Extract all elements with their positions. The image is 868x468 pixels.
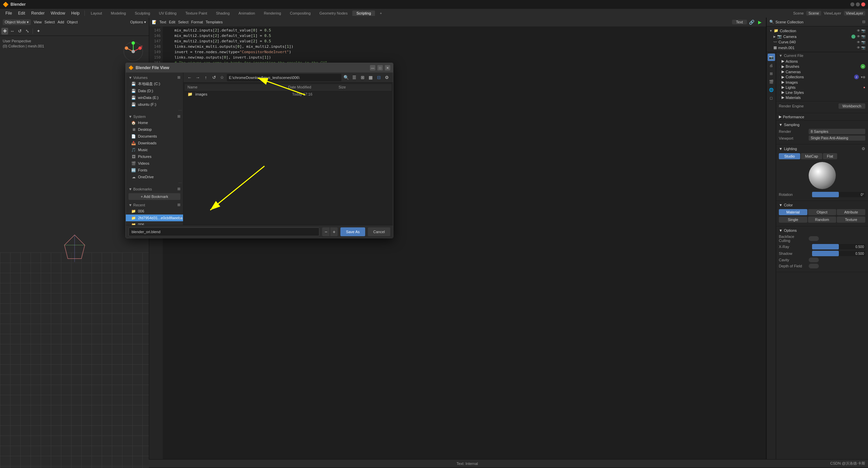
viewport-options[interactable]: Options ▾ bbox=[130, 20, 146, 24]
props-tab-view-layer[interactable]: ⊞ bbox=[768, 70, 775, 77]
collections-item[interactable]: ▶Collections 2▾⊕ bbox=[782, 75, 865, 79]
add-bookmark-btn[interactable]: + Add Bookmark bbox=[129, 193, 180, 200]
script-toggle-sync[interactable]: 🔗 bbox=[748, 19, 755, 25]
lighting-settings-icon[interactable]: ⚙ bbox=[862, 146, 865, 151]
sidebar-volume-c[interactable]: 💾 本地磁盘 (C:) bbox=[126, 80, 183, 87]
tree-mesh[interactable]: ▦ mesh.001 👁 📷 bbox=[768, 45, 867, 50]
edit-menu[interactable]: Edit bbox=[15, 10, 28, 16]
help-menu[interactable]: Help bbox=[68, 10, 82, 16]
script-format[interactable]: Format bbox=[191, 20, 203, 24]
script-text-label[interactable]: Text bbox=[159, 20, 166, 24]
scene-value[interactable]: Scene bbox=[806, 11, 821, 16]
add-workspace[interactable]: + bbox=[376, 11, 386, 16]
props-search-icon[interactable]: 🔍 bbox=[769, 20, 774, 24]
nav-up-btn[interactable]: ↑ bbox=[202, 74, 209, 81]
color-material[interactable]: Material bbox=[779, 209, 807, 215]
lighting-tab-matcap[interactable]: MatCap bbox=[801, 153, 822, 159]
tree-collection[interactable]: ▼ 📁 Collection 👁 📷 bbox=[768, 28, 867, 34]
color-object[interactable]: Object bbox=[808, 209, 836, 215]
lighting-tab-flat[interactable]: Flat bbox=[823, 153, 837, 159]
props-filter-icon[interactable]: ⊟ bbox=[862, 20, 865, 24]
brushes-item[interactable]: ▶Brushes 4 bbox=[782, 64, 865, 69]
props-tab-output[interactable]: 🖨 bbox=[768, 62, 775, 69]
sidebar-documents[interactable]: 📄 Documents bbox=[126, 133, 183, 140]
actions-item[interactable]: ▶Actions bbox=[782, 59, 865, 63]
viewlayer-value[interactable]: ViewLayer bbox=[844, 11, 865, 16]
tab-texture-paint[interactable]: Texture Paint bbox=[181, 11, 211, 16]
sidebar-volume-d[interactable]: 💾 Data (D:) bbox=[126, 87, 183, 94]
script-templates[interactable]: Templates bbox=[206, 20, 223, 24]
tab-sculpting[interactable]: Sculpting bbox=[131, 11, 154, 16]
viewport-mode-select[interactable]: Object Mode ▾ bbox=[3, 19, 31, 25]
script-run-btn[interactable]: ▶ bbox=[756, 19, 763, 25]
view-list-btn[interactable]: ☰ bbox=[351, 74, 358, 81]
viewport-select-tool[interactable]: ✚ bbox=[1, 28, 8, 35]
lighting-tab-studio[interactable]: Studio bbox=[779, 153, 800, 159]
path-search-btn[interactable]: 🔍 bbox=[343, 74, 350, 81]
color-texture[interactable]: Texture bbox=[837, 217, 865, 223]
xray-slider[interactable]: 0.500 bbox=[812, 244, 865, 249]
tab-scripting[interactable]: Scripting bbox=[352, 11, 375, 16]
recent-item-006a[interactable]: 📁 006 bbox=[126, 208, 183, 215]
viewport-add[interactable]: Add bbox=[58, 20, 64, 24]
sidebar-onedrive[interactable]: ☁ OneDrive bbox=[126, 174, 183, 180]
lights-item[interactable]: ▶Lights ● bbox=[782, 85, 865, 89]
script-edit[interactable]: Edit bbox=[169, 20, 175, 24]
rotation-slider[interactable]: 0° bbox=[812, 192, 865, 197]
recent-close-btn[interactable]: ✕ bbox=[179, 216, 182, 220]
dialog-maximize-btn[interactable]: □ bbox=[377, 65, 383, 70]
tab-layout[interactable]: Layout bbox=[87, 11, 106, 16]
props-tab-object[interactable]: ◻ bbox=[768, 94, 775, 102]
tab-shading[interactable]: Shading bbox=[212, 11, 234, 16]
props-tab-scene[interactable]: 🎬 bbox=[768, 78, 775, 85]
settings-btn[interactable]: ⚙ bbox=[383, 74, 390, 81]
dialog-file-list[interactable]: Name Date Modified Size 📁 images Today 1… bbox=[183, 83, 393, 225]
view-icon-btn[interactable]: ▦ bbox=[367, 74, 374, 81]
dialog-minimize-btn[interactable]: — bbox=[370, 65, 375, 70]
materials-item[interactable]: ▶Materials bbox=[782, 95, 865, 100]
viewport-view[interactable]: View bbox=[34, 20, 42, 24]
script-select[interactable]: Select bbox=[178, 20, 189, 24]
window-minimize[interactable] bbox=[850, 2, 854, 6]
file-item-images[interactable]: 📁 images Today 17:16 bbox=[185, 90, 392, 98]
cameras-item[interactable]: ▶Cameras bbox=[782, 69, 865, 74]
recent-header[interactable]: ▼ Recent ⊞ bbox=[126, 201, 183, 208]
nav-bookmark-btn[interactable]: ☆ bbox=[219, 74, 225, 81]
tab-compositing[interactable]: Compositing bbox=[286, 11, 315, 16]
window-maximize[interactable] bbox=[856, 2, 860, 6]
viewport-select[interactable]: Select bbox=[44, 20, 55, 24]
viewport-rotate-tool[interactable]: ↺ bbox=[16, 28, 23, 35]
render-menu[interactable]: Render bbox=[28, 10, 47, 16]
footer-minus-btn[interactable]: − bbox=[322, 227, 330, 236]
recent-item-2fd[interactable]: 📁 2fd7954d31...e0cb8faeeba ✕ bbox=[126, 215, 183, 221]
cancel-button[interactable]: Cancel bbox=[368, 227, 390, 236]
props-tab-world[interactable]: 🌐 bbox=[768, 86, 775, 94]
sidebar-music[interactable]: 🎵 Music bbox=[126, 146, 183, 153]
line-styles-item[interactable]: ▶Line Styles bbox=[782, 90, 865, 95]
sidebar-desktop[interactable]: 🖥 Desktop bbox=[126, 126, 183, 133]
system-header[interactable]: ▼ System ⊞ bbox=[126, 113, 183, 119]
nav-refresh-btn[interactable]: ↺ bbox=[211, 74, 217, 81]
tree-camera[interactable]: ▶ 📷 Camera 👁 📷 bbox=[768, 34, 867, 39]
shadow-slider[interactable]: 0.500 bbox=[812, 251, 865, 256]
filter-btn[interactable]: ⊟ bbox=[375, 74, 382, 81]
dof-toggle[interactable] bbox=[809, 264, 819, 268]
sidebar-fonts[interactable]: 🔤 Fonts bbox=[126, 167, 183, 174]
save-as-button[interactable]: Save As bbox=[340, 227, 365, 236]
nav-back-btn[interactable]: ← bbox=[186, 74, 193, 81]
tab-modeling[interactable]: Modeling bbox=[107, 11, 130, 16]
backface-toggle[interactable] bbox=[809, 236, 819, 241]
viewport-scale-tool[interactable]: ⤡ bbox=[24, 28, 31, 35]
props-tab-render[interactable]: 📷 bbox=[768, 54, 775, 61]
sidebar-home[interactable]: 🏠 Home bbox=[126, 119, 183, 126]
color-random[interactable]: Random bbox=[808, 217, 836, 223]
volumes-header[interactable]: ▼ Volumes ⊞ bbox=[126, 74, 183, 80]
filename-input[interactable] bbox=[129, 227, 319, 236]
window-close[interactable] bbox=[861, 2, 865, 6]
tab-geometry-nodes[interactable]: Geometry Nodes bbox=[315, 11, 352, 16]
sidebar-downloads[interactable]: 📥 Downloads bbox=[126, 140, 183, 146]
bookmarks-header[interactable]: ▼ Bookmarks ⊞ bbox=[126, 185, 183, 192]
path-input[interactable]: E:\chromeDownload\mvs_test\scenes\006\ bbox=[227, 74, 341, 81]
color-single[interactable]: Single bbox=[779, 217, 807, 223]
viewport-object[interactable]: Object bbox=[67, 20, 78, 24]
